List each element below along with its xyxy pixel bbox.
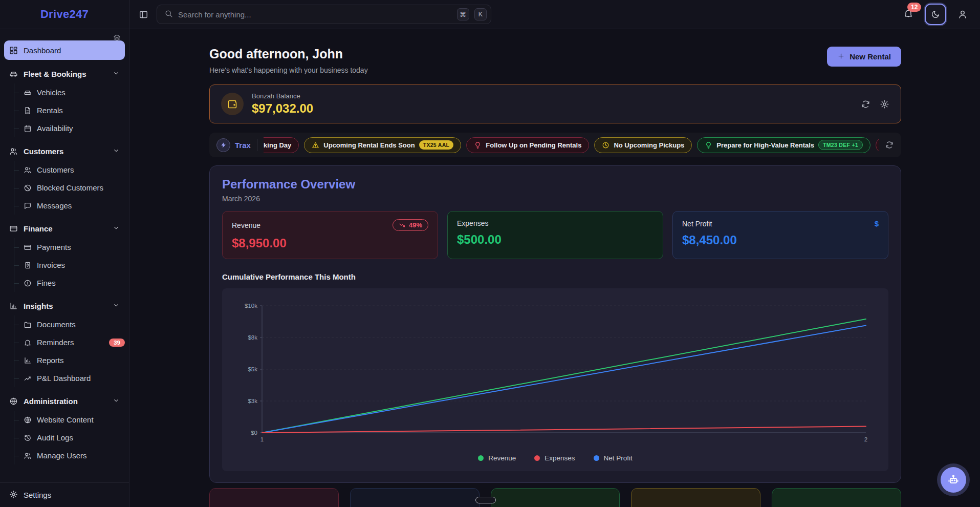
chat-icon [24, 202, 32, 210]
stat-card-expenses: Expenses $500.00 [447, 211, 663, 259]
sidebar-item-administration[interactable]: Administration [4, 391, 125, 411]
user-menu-button[interactable] [957, 9, 968, 19]
revenue-trend-badge: 49% [393, 219, 428, 231]
bonzah-settings-button[interactable] [880, 99, 889, 109]
preview-card-3 [491, 488, 620, 507]
sidebar-item-dashboard[interactable]: Dashboard [4, 40, 125, 60]
horizontal-scroll-handle[interactable] [475, 497, 496, 503]
trax-alert-follow-up-on-pending-rentals[interactable]: Follow Up on Pending Rentals [466, 137, 589, 153]
legend-dot [534, 455, 540, 461]
svg-text:$0: $0 [251, 430, 257, 436]
sidebar-item-manage-users[interactable]: Manage Users [14, 447, 125, 464]
refresh-icon [861, 99, 870, 109]
sidebar-item-label: Documents [37, 320, 76, 329]
sidebar-item-vehicles[interactable]: Vehicles [14, 83, 125, 101]
bar-chart-icon [24, 356, 32, 365]
stat-label: Expenses [457, 219, 488, 227]
sidebar-item-label: Reports [37, 356, 64, 365]
bonzah-balance-amount: $97,032.00 [252, 101, 313, 116]
bonzah-refresh-button[interactable] [861, 99, 870, 109]
chevron-down-icon [113, 70, 120, 77]
bonzah-balance-label: Bonzah Balance [252, 92, 313, 100]
sidebar-item-fleet-bookings[interactable]: Fleet & Bookings [4, 64, 125, 83]
stat-value: $500.00 [457, 233, 654, 247]
sidebar: Drive247 DashboardFleet & BookingsVehicl… [0, 0, 129, 507]
trax-bolt-circle [216, 138, 230, 152]
legend-item-revenue[interactable]: Revenue [478, 454, 516, 462]
bell-icon [24, 339, 32, 347]
trax-alert-peak-booking-day[interactable]: Peak Booking Day [264, 137, 299, 153]
users-icon [24, 166, 32, 174]
assistant-fab-button[interactable] [941, 467, 966, 493]
sidebar-item-website-content[interactable]: Website Content [14, 411, 125, 429]
legend-item-net-profit[interactable]: Net Profit [594, 454, 633, 462]
layers-icon-button[interactable] [113, 34, 121, 44]
legend-item-expenses[interactable]: Expenses [534, 454, 575, 462]
sidebar-item-rentals[interactable]: Rentals [14, 101, 125, 119]
chart-heading: Cumulative Performance This Month [222, 272, 888, 281]
trax-alert-label: Upcoming Rental Ends Soon [323, 141, 415, 149]
sidebar-item-insights[interactable]: Insights [4, 296, 125, 315]
sidebar-item-label: Fleet & Bookings [24, 70, 86, 78]
stat-value: $8,950.00 [232, 236, 428, 250]
sidebar-toggle-button[interactable] [139, 10, 148, 19]
sidebar-item-label: Availability [37, 124, 73, 133]
trax-alert-peak-booking-day[interactable]: Peak Booking Day [876, 137, 879, 153]
sidebar-item-blocked-customers[interactable]: Blocked Customers [14, 179, 125, 197]
sidebar-item-payments[interactable]: Payments [14, 238, 125, 256]
search-icon [164, 9, 173, 18]
sidebar-item-availability[interactable]: Availability [14, 119, 125, 137]
new-rental-button[interactable]: New Rental [827, 47, 901, 67]
line-chart-svg: $0$3k$5k$8k$10k12 [230, 295, 880, 449]
trax-alert-no-upcoming-pickups[interactable]: No Upcoming Pickups [594, 137, 692, 153]
sidebar-group-customers: CustomersBlocked CustomersMessages [14, 161, 125, 215]
sidebar-item-customers[interactable]: Customers [14, 161, 125, 179]
bulb-icon [705, 141, 712, 149]
sidebar-item-customers[interactable]: Customers [4, 141, 125, 161]
theme-toggle-button[interactable] [925, 4, 946, 25]
trax-alert-label: No Upcoming Pickups [614, 141, 684, 149]
sidebar-item-reports[interactable]: Reports [14, 351, 125, 369]
chart-legend: RevenueExpensesNet Profit [230, 451, 880, 468]
sidebar-item-fines[interactable]: Fines [14, 274, 125, 292]
sidebar-item-invoices[interactable]: Invoices [14, 256, 125, 274]
trax-alert-badge: TM23 DEF +1 [818, 140, 863, 150]
series-line-revenue [262, 319, 866, 433]
sidebar-item-label: Website Content [37, 415, 94, 424]
notifications-button[interactable]: 12 [903, 8, 913, 20]
stats-row: Revenue49% $8,950.00Expenses $500.00Net … [222, 211, 888, 259]
legend-dot [594, 455, 599, 461]
sidebar-item-documents[interactable]: Documents [14, 315, 125, 333]
sidebar-item-messages[interactable]: Messages [14, 197, 125, 215]
series-line-expenses [262, 427, 866, 433]
trend-up-icon [24, 374, 32, 383]
bonzah-balance-card: Bonzah Balance $97,032.00 [209, 84, 901, 123]
sidebar-item-finance[interactable]: Finance [4, 219, 125, 238]
sidebar-item-audit-logs[interactable]: Audit Logs [14, 429, 125, 447]
car-icon [9, 70, 18, 78]
users-icon [24, 452, 32, 460]
sidebar-item-label: Rentals [37, 106, 63, 115]
sidebar-item-label: Invoices [37, 261, 65, 269]
svg-text:$10k: $10k [245, 303, 257, 309]
trax-alert-label: Peak Booking Day [264, 141, 291, 149]
ticker-divider [257, 139, 257, 151]
ban-icon [24, 184, 32, 192]
chevron-down-icon-wrap [113, 147, 120, 156]
topbar-right: 12 [903, 4, 968, 25]
trax-alert-upcoming-rental-ends-soon[interactable]: Upcoming Rental Ends SoonTX25 AAL [304, 137, 461, 153]
sidebar-item-reminders[interactable]: Reminders39 [14, 333, 125, 351]
settings-label: Settings [24, 491, 51, 499]
ticker-refresh-button[interactable] [885, 140, 894, 150]
legend-label: Revenue [488, 454, 516, 462]
app-logo: Drive247 [40, 8, 89, 21]
robot-icon [947, 474, 960, 486]
layers-icon [113, 34, 121, 41]
search-input[interactable] [178, 10, 452, 19]
sidebar-item-p-l-dashboard[interactable]: P&L Dashboard [14, 369, 125, 387]
sidebar-item-settings[interactable]: Settings [0, 482, 129, 507]
svg-text:1: 1 [260, 436, 264, 442]
performance-chart: $0$3k$5k$8k$10k12 [230, 295, 880, 451]
series-line-net-profit [262, 325, 866, 433]
trax-alert-prepare-for-high-value-rentals[interactable]: Prepare for High-Value RentalsTM23 DEF +… [697, 137, 870, 153]
